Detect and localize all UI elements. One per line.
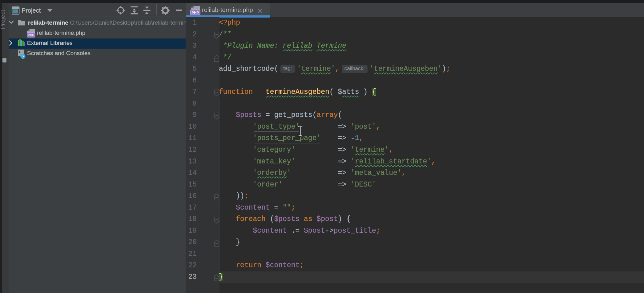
svg-text:PHP: PHP <box>192 11 199 14</box>
svg-text:PHP: PHP <box>28 33 34 37</box>
